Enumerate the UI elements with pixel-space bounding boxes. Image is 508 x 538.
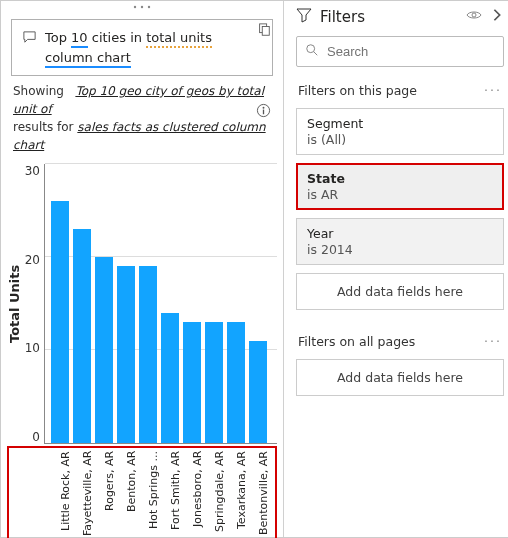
qa-pane: Top 10 cities in total units column char…: [1, 1, 284, 537]
bar[interactable]: [73, 229, 91, 443]
y-tick: 20: [24, 253, 40, 267]
bar[interactable]: [117, 266, 135, 443]
x-tick: Little Rock, AR: [59, 451, 77, 538]
bar[interactable]: [183, 322, 201, 443]
filters-pane: Filters Filters on this page ··· Segment…: [284, 1, 508, 537]
y-tick: 10: [24, 341, 40, 355]
svg-point-1: [141, 6, 143, 8]
svg-line-10: [314, 52, 318, 56]
query-mid: cities in: [92, 30, 142, 45]
showing-label-2: results for: [13, 120, 74, 134]
filter-value: is 2014: [307, 242, 493, 257]
query-chart-type: column chart: [45, 50, 131, 68]
filters-search[interactable]: [296, 36, 504, 67]
filter-value: is (All): [307, 132, 493, 147]
app-root: Top 10 cities in total units column char…: [0, 0, 508, 538]
info-icon[interactable]: [256, 103, 271, 121]
showing-line: Showing Top 10 geo city of geos by total…: [1, 76, 283, 154]
x-tick: Benton, AR: [125, 451, 143, 538]
svg-point-8: [472, 13, 476, 17]
filter-value: is AR: [307, 187, 493, 202]
more-icon[interactable]: ···: [484, 334, 502, 349]
query-header: Top 10 cities in total units column char…: [1, 13, 283, 76]
svg-rect-7: [263, 110, 264, 115]
filters-header: Filters: [284, 1, 508, 32]
filter-card-state[interactable]: State is AR: [296, 163, 504, 210]
y-axis: 30 20 10 0: [22, 164, 44, 444]
svg-point-2: [148, 6, 150, 8]
grip-icon: [132, 4, 152, 10]
x-tick: Jonesboro, AR: [191, 451, 209, 538]
plot-area: [44, 164, 277, 444]
chat-icon: [22, 30, 37, 48]
query-tail: total units: [146, 30, 212, 48]
chart: Total Units 30 20 10 0 Little Rock, ARFa…: [1, 154, 283, 538]
drag-handle[interactable]: [1, 1, 283, 13]
filter-card-year[interactable]: Year is 2014: [296, 218, 504, 265]
filter-name: Year: [307, 226, 493, 241]
y-tick: 0: [24, 430, 40, 444]
query-text: Top 10 cities in total units column char…: [45, 28, 212, 67]
bar[interactable]: [161, 313, 179, 443]
svg-rect-4: [262, 27, 269, 36]
add-report-filter[interactable]: Add data fields here: [296, 359, 504, 396]
filters-title: Filters: [320, 8, 458, 26]
search-input[interactable]: [327, 44, 495, 59]
query-prefix: Top: [45, 30, 67, 45]
page-filters-section: Filters on this page ···: [284, 77, 508, 104]
x-tick: Bentonville, AR: [257, 451, 275, 538]
all-pages-label: Filters on all pages: [298, 334, 415, 349]
chevron-right-icon[interactable]: [490, 8, 504, 25]
x-tick: Texarkana, AR: [235, 451, 253, 538]
query-count: 10: [71, 30, 88, 48]
x-tick: Hot Springs ...: [147, 451, 165, 538]
filter-card-segment[interactable]: Segment is (All): [296, 108, 504, 155]
filter-name: State: [307, 171, 493, 186]
x-tick: Rogers, AR: [103, 451, 121, 538]
add-page-filter[interactable]: Add data fields here: [296, 273, 504, 310]
more-icon[interactable]: ···: [484, 83, 502, 98]
bar[interactable]: [249, 341, 267, 443]
x-axis: Little Rock, ARFayetteville, ARRogers, A…: [7, 446, 277, 538]
svg-point-0: [134, 6, 136, 8]
svg-point-6: [263, 107, 265, 109]
showing-label: Showing: [13, 84, 64, 98]
x-tick: Springdale, AR: [213, 451, 231, 538]
bar[interactable]: [95, 257, 113, 443]
visibility-icon[interactable]: [466, 7, 482, 26]
all-pages-filters-section: Filters on all pages ···: [284, 328, 508, 355]
y-tick: 30: [24, 164, 40, 178]
search-icon: [305, 43, 319, 60]
page-filters-label: Filters on this page: [298, 83, 417, 98]
x-tick: Fort Smith, AR: [169, 451, 187, 538]
filter-name: Segment: [307, 116, 493, 131]
bar[interactable]: [51, 201, 69, 443]
convert-icon[interactable]: [257, 23, 271, 40]
svg-point-9: [307, 45, 315, 53]
bar[interactable]: [227, 322, 245, 443]
filter-icon: [296, 7, 312, 26]
y-axis-title: Total Units: [7, 164, 22, 444]
x-tick: Fayetteville, AR: [81, 451, 99, 538]
bar[interactable]: [205, 322, 223, 443]
bar[interactable]: [139, 266, 157, 443]
query-box[interactable]: Top 10 cities in total units column char…: [11, 19, 273, 76]
